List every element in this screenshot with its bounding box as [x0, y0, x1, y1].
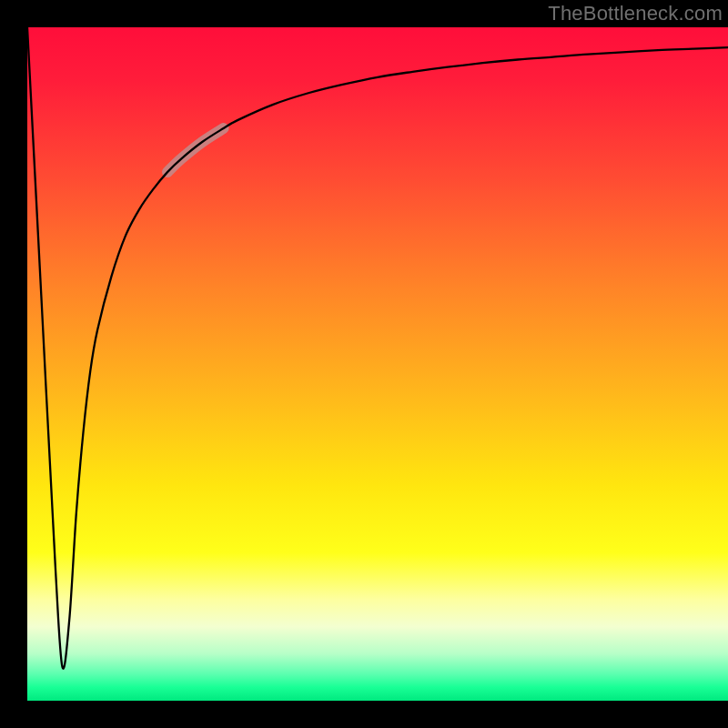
bottleneck-curve — [27, 27, 728, 669]
curve-layer — [27, 27, 728, 701]
watermark-text: TheBottleneck.com — [548, 2, 723, 25]
plot-area — [27, 27, 728, 701]
curve-highlight — [167, 128, 224, 172]
chart-stage: TheBottleneck.com — [0, 0, 728, 728]
